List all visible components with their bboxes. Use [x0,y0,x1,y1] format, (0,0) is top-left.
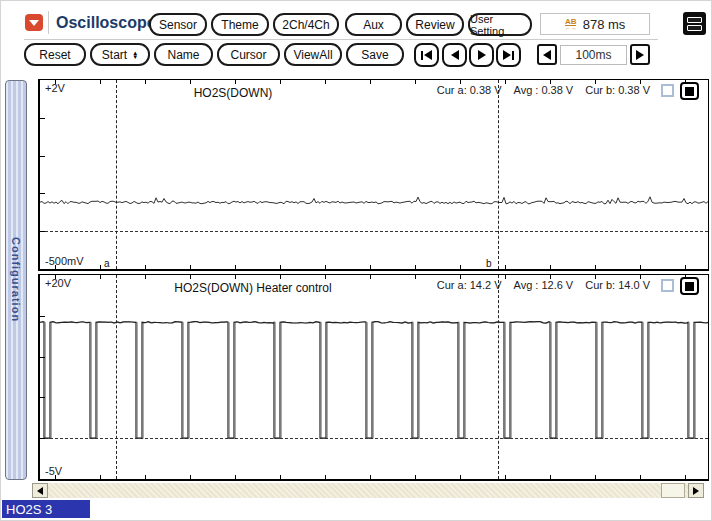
right-arrow-icon [636,50,644,60]
scrollbar-thumb[interactable] [661,483,685,498]
tick-mark [40,316,45,317]
range-bottom-label: -5V [45,465,62,477]
step-forward-icon [478,50,486,60]
header-divider [24,39,658,40]
tick-mark [595,80,596,84]
reset-button[interactable]: Reset [24,43,86,66]
review-button[interactable]: Review [406,13,464,36]
channel-1-pane: +2V HO2S(DOWN) Cur a:0.38 V Avg :0.38 V … [38,79,709,271]
step-back-icon [451,50,459,60]
tick-mark [145,275,146,279]
chevron-down-icon [29,20,39,26]
channel-mode-button[interactable]: 2Ch/4Ch [273,13,339,36]
tick-mark [685,80,686,84]
start-button[interactable]: Start ▲▼ [90,43,150,66]
tick-mark [370,265,371,269]
tick-mark [190,80,191,84]
tick-mark [55,80,56,84]
tick-mark [40,357,45,358]
tick-mark [325,275,326,279]
tick-mark [100,475,101,479]
tick-mark [325,475,326,479]
range-top-label: +20V [45,277,71,289]
theme-button[interactable]: Theme [211,13,269,36]
channel-2-checkbox[interactable] [661,279,674,292]
tick-mark [370,475,371,479]
channel-2-trace-style-button[interactable] [680,277,699,295]
channel-2-pane: +20V HO2S(DOWN) Heater control Cur a:14.… [38,274,709,481]
page-title: Oscilloscope [56,14,156,32]
tick-mark [55,265,56,269]
horizontal-scrollbar[interactable] [32,483,704,498]
tick-mark [460,80,461,84]
tick-mark [595,265,596,269]
tick-mark [325,265,326,269]
skip-to-end-button[interactable] [496,43,521,67]
left-arrow-icon [37,487,43,495]
tick-mark [100,265,101,269]
cursor-a-line[interactable] [116,80,117,269]
skip-to-start-button[interactable] [414,43,439,67]
spinner-icon: ▲▼ [132,51,138,59]
tick-mark [550,275,551,279]
tick-mark [370,80,371,84]
viewall-button[interactable]: ViewAll [284,43,342,66]
tick-mark [40,118,45,119]
ab-cursors-icon: AB ←→ [565,18,577,30]
tick-mark [415,265,416,269]
user-setting-button[interactable]: User Setting [468,13,532,36]
tick-mark [370,275,371,279]
app-dropdown-icon[interactable] [25,14,43,31]
tick-mark [235,475,236,479]
cursor-time-display: AB ←→ 878 ms [540,13,650,35]
cursor-b-line[interactable] [498,275,499,479]
tick-mark [235,275,236,279]
aux-button[interactable]: Aux [345,13,402,36]
step-back-button[interactable] [442,43,467,67]
tick-mark [145,80,146,84]
skip-to-end-icon [503,50,511,60]
tick-mark [685,265,686,269]
tick-mark [280,265,281,269]
cursor-a-line[interactable] [116,275,117,479]
tick-mark [550,265,551,269]
oscilloscope-window: Oscilloscope Sensor Theme 2Ch/4Ch Aux Re… [0,0,712,521]
right-arrow-icon [693,487,699,495]
tick-mark [190,265,191,269]
channel-2-measurements: Cur a:14.2 V Avg :12.6 V Cur b:14.0 V [437,279,650,291]
tick-mark [235,265,236,269]
tick-mark [145,265,146,269]
scroll-right-button[interactable] [688,483,704,498]
channel-1-checkbox[interactable] [661,84,674,97]
tick-mark [550,80,551,84]
tab-ho2s-3[interactable]: HO2S 3 [2,500,90,518]
cursor-b-line[interactable] [498,80,499,269]
tick-mark [640,265,641,269]
cursor-button[interactable]: Cursor [217,43,280,66]
name-button[interactable]: Name [154,43,213,66]
timebase-increase-button[interactable] [630,44,650,65]
tick-mark [505,265,506,269]
channel-1-trace-style-button[interactable] [680,82,699,100]
range-bottom-label: -500mV [45,255,84,267]
tick-mark [595,475,596,479]
cur-a-value: 14.2 V [470,279,502,291]
timebase-decrease-button[interactable] [537,44,557,65]
timebase-value: 100ms [560,45,627,65]
step-forward-button[interactable] [469,43,494,67]
list-menu-icon[interactable] [683,12,706,35]
channel-1-measurements: Cur a:0.38 V Avg :0.38 V Cur b:0.38 V [437,84,650,96]
tick-mark [505,475,506,479]
tick-mark [280,275,281,279]
sensor-button[interactable]: Sensor [149,13,207,36]
scroll-left-button[interactable] [32,483,48,498]
save-button[interactable]: Save [346,43,404,66]
cur-b-value: 0.38 V [618,84,650,96]
tick-mark [415,475,416,479]
tick-mark [40,193,45,194]
tick-mark [640,275,641,279]
sidebar-tab-configuration[interactable]: Configuration [5,80,27,480]
tick-mark [595,275,596,279]
avg-value: 12.6 V [541,279,573,291]
cursor-b-label: b [486,258,492,269]
